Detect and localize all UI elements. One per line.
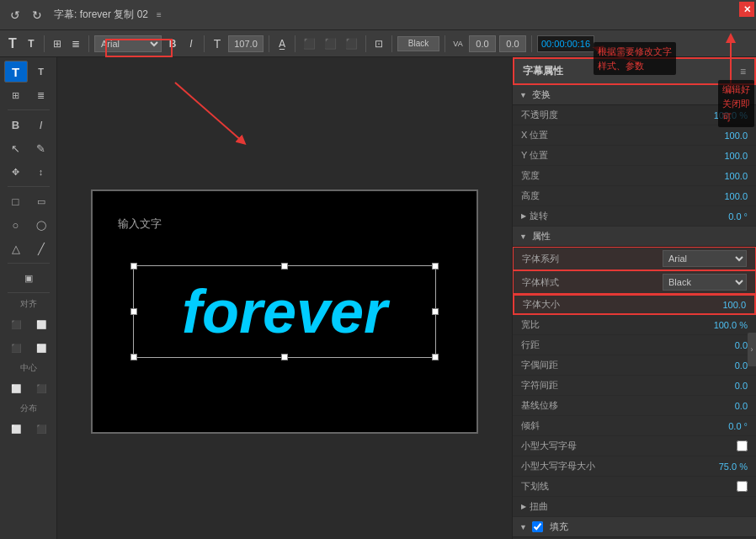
font-family-select-prop[interactable]: Arial [663,250,747,267]
rotation-expand-icon[interactable]: ▶ [521,212,526,220]
font-size-input[interactable] [228,35,264,52]
fill-section-header[interactable]: ▼ 填充 [513,517,756,537]
width-row: 宽度 100.0 [513,166,756,186]
align-center-tool-btn[interactable]: ⬜ [29,313,53,335]
bold-btn[interactable]: B [165,37,180,51]
list-btn[interactable]: ≣ [68,37,83,51]
dist-h-tool-btn[interactable]: ⬜ [4,418,28,440]
tri-tool-btn[interactable]: △ [4,237,28,259]
grid-tool-btn[interactable]: ⊞ [4,84,28,106]
small-caps-size-label: 小型大写字母大小 [521,460,697,472]
warp-expand-icon[interactable]: ▶ [521,503,526,510]
separator9 [531,35,532,52]
arrow-tool-btn[interactable]: ↕ [29,161,53,183]
aspect-ratio-row: 宽比 100.0 % [513,315,756,335]
val1-input[interactable] [469,35,496,52]
handle-bottom-mid[interactable] [281,354,288,360]
font-size-value: 100.0 [695,300,746,310]
text-large-btn[interactable]: T [5,35,20,52]
y-value: 100.0 [697,151,748,161]
underline-checkbox[interactable] [737,481,748,492]
fill-checkbox[interactable] [532,521,543,532]
distribute-tools-row: ⬜ ⬛ [4,418,53,440]
canvas-area: 输入文字 forever [57,57,512,539]
font-family-select[interactable]: Arial [94,35,162,52]
grid-btn[interactable]: ⊞ [50,37,65,51]
color-display[interactable]: Black [397,36,439,51]
move-tool-btn[interactable]: ✥ [4,161,28,183]
align-tools-row1: ⬛ ⬜ [4,313,53,335]
text-small-btn[interactable]: T [24,37,39,51]
center-h-tool-btn[interactable]: ⬜ [4,377,28,399]
panel-collapse-icon: › [751,345,753,354]
align-left-tool-btn[interactable]: ⬛ [4,313,28,335]
separator6 [365,35,366,52]
align-center-btn[interactable]: ⬛ [322,37,339,51]
warp-row: ▶ 扭曲 [513,497,756,517]
shadow-a-btn[interactable]: A̲ [274,37,290,51]
window-close-button[interactable]: ✕ [739,2,754,17]
shape-tools-row2: ○ ◯ [4,214,53,236]
fill-section-title: 填充 [550,520,568,533]
align-left-btn[interactable]: ⬛ [301,37,318,51]
rect-tool-btn[interactable]: □ [4,190,28,212]
text-tool-btn[interactable]: T [4,61,28,83]
separator7 [391,35,392,52]
align-right-btn[interactable]: ⬛ [343,37,360,51]
font-style-select-prop[interactable]: Black [663,274,747,291]
italic-tool-btn[interactable]: I [29,114,53,136]
width-value: 100.0 [697,171,748,181]
skew-label: 倾斜 [521,419,697,432]
cursor-tool-btn[interactable]: ↖ [4,137,28,159]
bold-tool-btn[interactable]: B [4,114,28,136]
baseline-value: 0.0 [697,401,748,411]
text-selection-box[interactable]: forever [133,265,436,358]
list-tool-btn[interactable]: ≣ [29,84,53,106]
panel-collapse-btn[interactable]: › [748,333,756,366]
y-position-row: Y 位置 100.0 [513,146,756,166]
align-bottom-tool-btn[interactable]: ⬜ [29,337,53,359]
window-title: 字幕: forever 复制 02 [54,8,148,22]
circle-tool-btn[interactable]: ○ [4,214,28,236]
panel-menu-icon[interactable]: ≡ [740,66,746,77]
format-tools-row: B I [4,114,53,136]
text-tool2-btn[interactable]: T [29,61,53,83]
font-style-label: 字体样式 [522,276,663,289]
italic-btn[interactable]: I [184,37,199,51]
small-caps-checkbox[interactable] [737,440,748,451]
line-tool-btn[interactable]: ╱ [29,237,53,259]
val2-input[interactable] [499,35,526,52]
gradient-tool-btn[interactable]: ▣ [17,267,40,289]
canvas-wrapper: 输入文字 forever [57,57,512,539]
rounded-rect-tool-btn[interactable]: ▭ [29,190,53,212]
pencil-tool-btn[interactable]: ✎ [29,137,53,159]
font-family-label: 字体系列 [522,253,663,265]
handle-mid-left[interactable] [130,308,137,315]
align-top-tool-btn[interactable]: ⬛ [4,337,28,359]
title-menu-icon[interactable]: ≡ [157,10,162,19]
handle-bottom-left[interactable] [130,354,137,360]
forever-text: forever [182,277,387,346]
va-btn[interactable]: VA [450,39,466,49]
handle-top-left[interactable] [130,263,137,270]
handle-top-right[interactable] [432,263,439,270]
handle-mid-right[interactable] [432,308,439,315]
rotation-row: ▶ 旋转 0.0 ° [513,206,756,227]
undo-button[interactable]: ↺ [7,7,24,24]
canvas-black[interactable]: 输入文字 forever [91,189,478,434]
size-icon-btn[interactable]: T [210,36,225,51]
align-label: 对齐 [20,296,37,312]
annotation-text-1-content: 根据需要修改文字 样式、参数 [598,46,672,71]
oval-tool-btn[interactable]: ◯ [29,214,53,236]
redo-button[interactable]: ↻ [29,7,45,24]
center-v-tool-btn[interactable]: ⬛ [29,377,53,399]
dist-v-tool-btn[interactable]: ⬛ [29,418,53,440]
properties-section-header[interactable]: ▼ 属性 [513,227,756,247]
handle-top-mid[interactable] [281,263,288,270]
distribute-label: 分布 [20,401,37,416]
handle-bottom-right[interactable] [432,354,439,360]
transform-arrow-icon: ▼ [519,91,527,99]
transform-tools-row: ✥ ↕ [4,161,53,183]
y-label: Y 位置 [521,149,697,162]
layout-btn[interactable]: ⊡ [371,37,386,51]
